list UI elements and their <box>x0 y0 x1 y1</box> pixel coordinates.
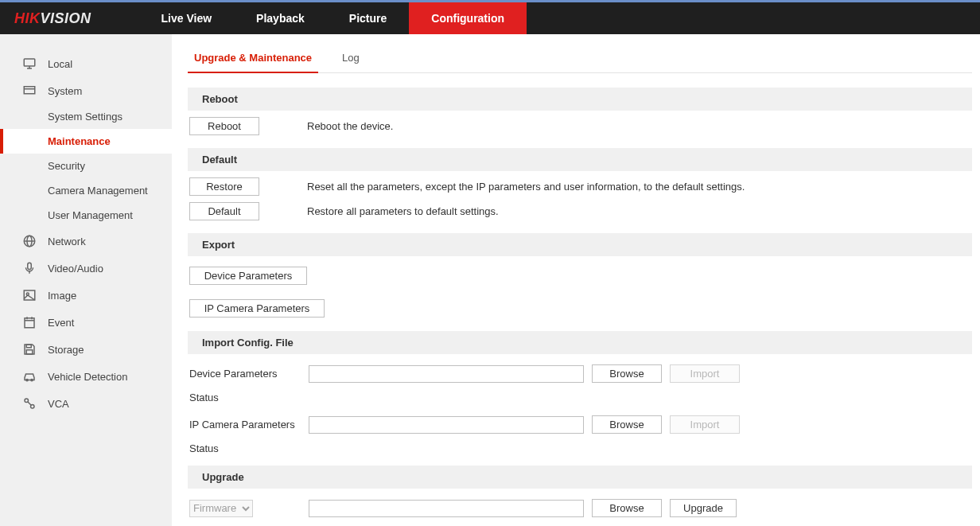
reboot-desc: Reboot the device. <box>307 120 393 132</box>
panel: Reboot Reboot Reboot the device. Default… <box>188 88 972 526</box>
svg-rect-16 <box>26 345 31 348</box>
calendar-icon <box>22 315 37 329</box>
sidebar-item-label: Local <box>48 58 72 70</box>
sidebar-sub-maintenance[interactable]: Maintenance <box>0 129 172 154</box>
restore-desc: Reset all the parameters, except the IP … <box>307 181 745 193</box>
top-nav: Live View Playback Picture Configuration <box>139 2 527 34</box>
import-device-params-input[interactable] <box>309 365 584 383</box>
upgrade-browse-button[interactable]: Browse <box>592 499 662 517</box>
upgrade-status-label: Status <box>188 521 972 526</box>
sidebar-item-label: System <box>48 85 82 97</box>
sidebar-item-label: Event <box>48 317 74 329</box>
section-import-title: Import Config. File <box>188 331 972 354</box>
export-ipcam-params-button[interactable]: IP Camera Parameters <box>189 299 325 318</box>
sidebar-item-label: Video/Audio <box>48 263 103 275</box>
sidebar-item-local[interactable]: Local <box>0 50 172 77</box>
default-desc: Restore all parameters to default settin… <box>307 205 499 217</box>
import-ipcam-browse-button[interactable]: Browse <box>592 415 662 434</box>
section-reboot-title: Reboot <box>188 88 972 111</box>
import-ipcam-params-input[interactable] <box>309 416 584 434</box>
sidebar: Local System System Settings Maintenance… <box>0 34 172 526</box>
display-icon <box>22 84 37 98</box>
section-default-title: Default <box>188 148 972 171</box>
mic-icon <box>22 261 37 275</box>
sidebar-item-vca[interactable]: VCA <box>0 390 172 417</box>
image-icon <box>22 288 37 302</box>
reboot-button[interactable]: Reboot <box>189 117 259 135</box>
sidebar-sub-user-management[interactable]: User Management <box>0 203 172 228</box>
sidebar-item-label: Storage <box>48 344 84 356</box>
content: Upgrade & Maintenance Log Reboot Reboot … <box>172 34 980 526</box>
sidebar-item-system[interactable]: System <box>0 77 172 104</box>
import-ipcam-status-label: Status <box>188 438 972 456</box>
sidebar-item-vehicle-detection[interactable]: Vehicle Detection <box>0 363 172 390</box>
logo: HIK VISION <box>14 10 91 27</box>
upgrade-path-input[interactable] <box>309 500 584 517</box>
svg-rect-8 <box>28 263 32 269</box>
svg-rect-3 <box>24 87 35 94</box>
nav-picture[interactable]: Picture <box>327 2 409 34</box>
logo-part1: HIK <box>14 10 41 27</box>
sidebar-item-video-audio[interactable]: Video/Audio <box>0 255 172 282</box>
nav-configuration[interactable]: Configuration <box>409 2 527 34</box>
save-icon <box>22 342 37 357</box>
import-device-params-label: Device Parameters <box>189 368 309 380</box>
default-button[interactable]: Default <box>189 202 259 220</box>
header: HIK VISION Live View Playback Picture Co… <box>0 2 980 34</box>
section-upgrade-title: Upgrade <box>188 466 972 489</box>
import-device-browse-button[interactable]: Browse <box>592 364 662 383</box>
car-icon <box>22 369 37 384</box>
sidebar-item-label: VCA <box>48 398 69 410</box>
sidebar-item-label: Image <box>48 290 76 302</box>
upgrade-type-select[interactable]: Firmware <box>189 500 253 517</box>
logo-part2: VISION <box>41 10 91 27</box>
sidebar-item-label: Vehicle Detection <box>48 371 127 383</box>
sidebar-item-image[interactable]: Image <box>0 282 172 309</box>
svg-rect-0 <box>24 59 35 66</box>
sidebar-sub-security[interactable]: Security <box>0 154 172 178</box>
upgrade-button[interactable]: Upgrade <box>670 499 737 517</box>
import-device-status-label: Status <box>188 387 972 405</box>
import-ipcam-import-button[interactable]: Import <box>670 415 740 434</box>
sidebar-item-storage[interactable]: Storage <box>0 336 172 363</box>
sidebar-sub-camera-management[interactable]: Camera Management <box>0 178 172 203</box>
layout: Local System System Settings Maintenance… <box>0 34 980 526</box>
nav-live-view[interactable]: Live View <box>139 2 235 34</box>
section-export-title: Export <box>188 233 972 256</box>
monitor-icon <box>22 56 37 71</box>
globe-icon <box>22 234 37 248</box>
svg-line-22 <box>28 402 32 406</box>
nav-playback[interactable]: Playback <box>234 2 327 34</box>
import-device-import-button[interactable]: Import <box>670 364 740 383</box>
sidebar-item-event[interactable]: Event <box>0 309 172 336</box>
sidebar-sub-system-settings[interactable]: System Settings <box>0 104 172 129</box>
export-device-params-button[interactable]: Device Parameters <box>189 267 307 285</box>
tabs: Upgrade & Maintenance Log <box>188 47 972 73</box>
tab-upgrade-maintenance[interactable]: Upgrade & Maintenance <box>188 47 318 73</box>
sidebar-item-network[interactable]: Network <box>0 228 172 255</box>
sidebar-item-label: Network <box>48 236 86 247</box>
svg-rect-17 <box>26 350 33 354</box>
nodes-icon <box>22 396 37 411</box>
svg-rect-12 <box>25 318 34 328</box>
import-ipcam-params-label: IP Camera Parameters <box>189 419 309 431</box>
tab-log[interactable]: Log <box>336 47 366 72</box>
restore-button[interactable]: Restore <box>189 177 259 196</box>
